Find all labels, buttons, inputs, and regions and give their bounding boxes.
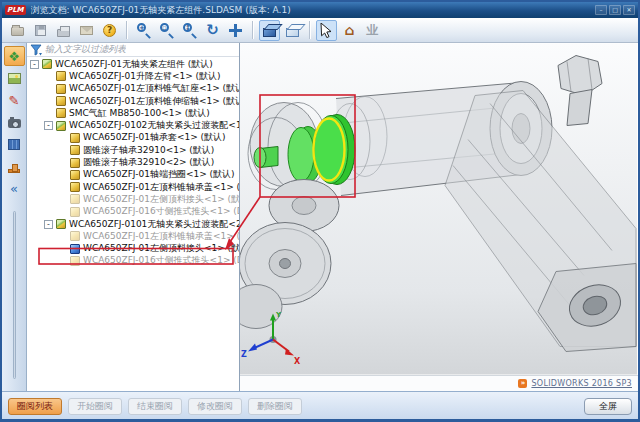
panel-slider[interactable] [13, 211, 16, 379]
stamp-button[interactable] [4, 156, 25, 176]
home-view-button[interactable]: ⌂ [339, 20, 360, 41]
rotate-view-button[interactable]: ↻ [202, 20, 223, 41]
tree-item-label: WCA650ZFJ-01左侧顶料接头<1> (默认) [83, 193, 239, 206]
library-button[interactable] [4, 134, 25, 154]
title-bar[interactable]: PLM 浏览文档: WCA650ZFJ-01无轴夹紧左组件.SLDASM (版本… [2, 2, 638, 18]
zoom-area-button[interactable]: ▫ [156, 20, 177, 41]
zoom-inout-button[interactable]: ↕ [179, 20, 200, 41]
tree-item[interactable]: WCA650ZFJ-01轴端挡圈<1> (默认) [27, 169, 239, 181]
assembly-tree-panel: 输入文字以过滤列表 -WCA650ZFJ-01无轴夹紧左组件 (默认)WCA65… [27, 43, 240, 391]
part-icon [70, 256, 80, 266]
open-file-icon [11, 27, 24, 36]
help-icon: ? [103, 24, 116, 37]
window-controls: –□✕ [595, 5, 635, 15]
image-snapshot-button[interactable] [4, 68, 25, 88]
markup-pencil-icon: ✎ [9, 94, 20, 107]
close-button[interactable]: ✕ [623, 5, 635, 15]
camera-icon [8, 119, 21, 128]
stamp-icon [8, 169, 20, 173]
tree-item-label: WCA650ZFJ-01轴承套<1> (默认) [83, 131, 226, 144]
solidworks-version-link[interactable]: SOLIDWORKS 2016 SP3 [531, 379, 632, 388]
collapse-panel-icon: « [10, 182, 18, 195]
tree-item[interactable]: WCA650ZFJ-01左侧顶料接头<1> (默认) [27, 193, 239, 205]
shaded-view-button[interactable] [259, 20, 280, 41]
tree-item[interactable]: WCA650ZFJ-01左顶料锥轴承盖<1> (默认) [27, 181, 239, 193]
viewport: Y Z X » SOLIDWORKS 2016 SP3 [240, 43, 638, 391]
tree-item[interactable]: WCA650ZFJ-01轴承套<1> (默认) [27, 132, 239, 144]
assembly-icon [42, 59, 52, 69]
review-action-button[interactable]: 删除圈阅 [248, 398, 302, 415]
tree-item-label: 圆锥滚子轴承32910<1> (默认) [83, 144, 214, 157]
part-icon [70, 231, 80, 241]
tree-item-label: WCA650ZFJ-0102无轴夹紧头过渡装配<1> (默认) [69, 119, 239, 132]
model-tree-icon: ❖ [8, 50, 20, 63]
part-icon [56, 84, 66, 94]
tree-item-label: WCA650ZFJ-01左侧顶料接头<1> (默认) [83, 242, 239, 255]
tree-item[interactable]: WCA650ZFJ-01左顶料锥气缸座<1> (默认) [27, 83, 239, 95]
part-icon [70, 158, 80, 168]
hidden-lines-view-icon [286, 28, 299, 37]
fullscreen-button[interactable]: 全屏 [584, 398, 632, 415]
tree-item[interactable]: WCA650ZFJ-016寸侧推式推头<1> (Default) [27, 206, 239, 218]
tree-item[interactable]: WCA650ZFJ-01左顶料锥轴承盖<1> (默认) [27, 230, 239, 242]
tree-expander-icon[interactable]: - [30, 60, 39, 69]
3d-model-view[interactable]: Y Z X [240, 43, 637, 375]
review-list-button[interactable]: 圈阅列表 [8, 398, 62, 415]
review-action-button[interactable]: 修改圈阅 [188, 398, 242, 415]
assembly-icon [56, 219, 66, 229]
plm-logo: PLM [5, 5, 26, 15]
maximize-button[interactable]: □ [609, 5, 621, 15]
tree-expander-icon[interactable]: - [44, 121, 53, 130]
tree-item[interactable]: -WCA650ZFJ-0101无轴夹紧头过渡装配<2> (默认) [27, 218, 239, 230]
filter-row[interactable]: 输入文字以过滤列表 [27, 43, 239, 57]
help-button[interactable]: ? [99, 20, 120, 41]
tree-item[interactable]: 圆锥滚子轴承32910<1> (默认) [27, 144, 239, 156]
open-file-button[interactable] [7, 20, 28, 41]
triad-y-label: Y [275, 311, 282, 319]
review-action-button[interactable]: 结束圈阅 [128, 398, 182, 415]
part-icon [70, 133, 80, 143]
print-button[interactable] [53, 20, 74, 41]
save-icon [35, 25, 46, 36]
tree-item-label: SMC气缸 MB850-100<1> (默认) [69, 107, 210, 120]
image-snapshot-icon [8, 73, 21, 84]
part-icon [56, 71, 66, 81]
main-toolbar: ?+▫↕↻⌂业 [2, 18, 638, 43]
pan-view-button[interactable] [225, 20, 246, 41]
hidden-lines-view-button[interactable] [282, 20, 303, 41]
library-icon [8, 139, 20, 150]
plm-viewer-window: PLM 浏览文档: WCA650ZFJ-01无轴夹紧左组件.SLDASM (版本… [0, 0, 640, 422]
model-tree-button[interactable]: ❖ [4, 46, 25, 66]
tree-item[interactable]: WCA650ZFJ-01左侧顶料接头<1> (默认) [27, 242, 239, 254]
tree-item[interactable]: -WCA650ZFJ-0102无轴夹紧头过渡装配<1> (默认) [27, 119, 239, 131]
tree-item[interactable]: 圆锥滚子轴承32910<2> (默认) [27, 156, 239, 168]
tree-item[interactable]: WCA650ZFJ-01升降左臂<1> (默认) [27, 70, 239, 82]
tree-item[interactable]: WCA650ZFJ-016寸侧推式推头<1> (Default) [27, 255, 239, 267]
tree-item-label: WCA650ZFJ-01左顶料锥轴承盖<1> (默认) [83, 230, 239, 243]
triad-x-label: X [294, 357, 301, 366]
zoom-inout-icon: ↕ [181, 22, 198, 39]
zoom-area-icon: ▫ [158, 22, 175, 39]
tree-expander-icon[interactable]: - [44, 220, 53, 229]
measure-tool-button[interactable]: 业 [362, 20, 383, 41]
zoom-fit-button[interactable]: + [133, 20, 154, 41]
tree-item-label: WCA650ZFJ-0101无轴夹紧头过渡装配<2> (默认) [69, 218, 239, 231]
select-cursor-button[interactable] [316, 20, 337, 41]
save-button[interactable] [30, 20, 51, 41]
tree-item-label: WCA650ZFJ-01左顶料锥轴承盖<1> (默认) [83, 181, 239, 194]
minimize-button[interactable]: – [595, 5, 607, 15]
tree-item[interactable]: WCA650ZFJ-01左顶料锥伸缩轴<1> (默认) [27, 95, 239, 107]
triad-z-label: Z [241, 350, 247, 359]
zoom-fit-icon: + [135, 22, 152, 39]
markup-pencil-button[interactable]: ✎ [4, 90, 25, 110]
tree-item[interactable]: -WCA650ZFJ-01无轴夹紧左组件 (默认) [27, 58, 239, 70]
print-icon [57, 29, 70, 37]
review-action-button[interactable]: 开始圈阅 [68, 398, 122, 415]
assembly-tree: -WCA650ZFJ-01无轴夹紧左组件 (默认)WCA650ZFJ-01升降左… [27, 57, 239, 391]
tree-item[interactable]: SMC气缸 MB850-100<1> (默认) [27, 107, 239, 119]
collapse-panel-button[interactable]: « [4, 178, 25, 198]
send-email-button[interactable] [76, 20, 97, 41]
camera-button[interactable] [4, 112, 25, 132]
tree-item-label: WCA650ZFJ-01无轴夹紧左组件 (默认) [55, 58, 213, 71]
filter-placeholder: 输入文字以过滤列表 [45, 43, 126, 56]
